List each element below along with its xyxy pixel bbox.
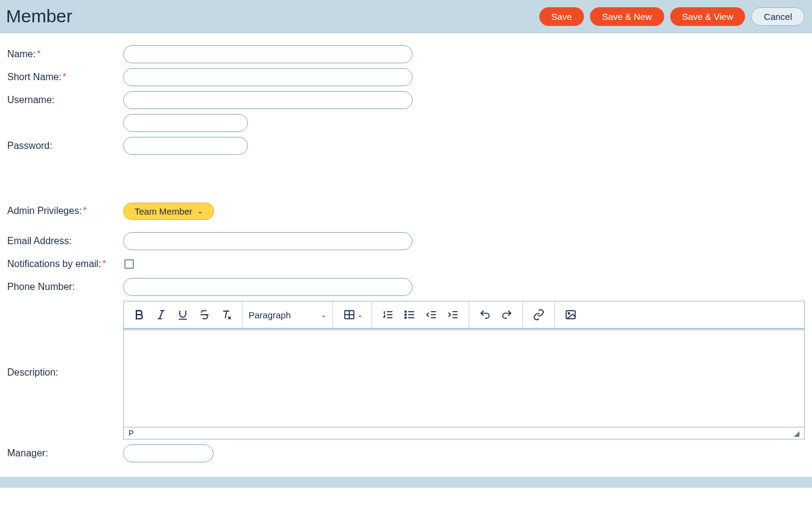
block-format-select[interactable]: Paragraph ⌄: [243, 301, 333, 328]
rich-text-editor: Paragraph ⌄ ⌄: [123, 301, 805, 439]
save-and-new-button[interactable]: Save & New: [590, 7, 664, 26]
strikethrough-button[interactable]: [194, 304, 215, 326]
editor-toolbar: Paragraph ⌄ ⌄: [124, 301, 804, 329]
link-button[interactable]: [528, 304, 550, 326]
email-input[interactable]: [123, 232, 413, 250]
undo-button[interactable]: [474, 304, 496, 326]
cancel-button[interactable]: Cancel: [751, 7, 805, 26]
chevron-down-icon: ⌄: [357, 311, 363, 319]
element-path[interactable]: P: [128, 429, 134, 438]
indent-button[interactable]: [442, 304, 464, 326]
page-title: Member: [6, 6, 72, 27]
name-input[interactable]: [123, 45, 413, 63]
chevron-down-icon: ⌄: [321, 311, 326, 319]
password-input[interactable]: [123, 137, 248, 155]
image-button[interactable]: [560, 304, 582, 326]
short-name-label: Short Name:*: [7, 72, 123, 83]
page-header: Member Save Save & New Save & View Cance…: [0, 0, 812, 33]
manager-input[interactable]: [123, 444, 214, 462]
short-name-input[interactable]: [123, 68, 413, 86]
table-button[interactable]: ⌄: [338, 304, 367, 326]
save-and-view-button[interactable]: Save & View: [670, 7, 746, 26]
name-label: Name:*: [7, 49, 123, 60]
save-button[interactable]: Save: [539, 7, 584, 26]
admin-privileges-dropdown[interactable]: Team Member ⌄: [123, 203, 214, 220]
username-label: Username:: [7, 95, 123, 105]
username-extra-input[interactable]: [123, 114, 248, 132]
svg-point-24: [568, 313, 570, 315]
svg-point-16: [405, 317, 407, 319]
outdent-button[interactable]: [420, 304, 442, 326]
bold-button[interactable]: [128, 304, 150, 326]
unordered-list-button[interactable]: [399, 304, 420, 326]
svg-point-14: [405, 311, 407, 313]
description-label: Description:: [7, 301, 123, 378]
editor-content-area[interactable]: [124, 330, 804, 427]
svg-line-2: [160, 310, 163, 318]
ordered-list-button[interactable]: [377, 304, 399, 326]
phone-input[interactable]: [123, 278, 413, 296]
username-input[interactable]: [123, 91, 413, 109]
phone-label: Phone Number:: [7, 282, 123, 292]
password-label: Password:: [7, 140, 123, 151]
notifications-checkbox[interactable]: [124, 259, 134, 269]
admin-privileges-label: Admin Privileges:*: [7, 206, 123, 216]
svg-point-15: [405, 314, 407, 316]
notifications-label: Notifications by email:*: [7, 259, 123, 269]
manager-label: Manager:: [7, 448, 123, 459]
header-actions: Save Save & New Save & View Cancel: [539, 7, 805, 26]
resize-handle-icon[interactable]: ◢: [794, 429, 799, 438]
chevron-down-icon: ⌄: [197, 207, 203, 215]
member-form: Name:* Short Name:* Username: Password: …: [0, 33, 812, 473]
underline-button[interactable]: [172, 304, 194, 326]
redo-button[interactable]: [496, 304, 518, 326]
italic-button[interactable]: [150, 304, 172, 326]
email-label: Email Address:: [7, 236, 123, 247]
clear-formatting-button[interactable]: [215, 304, 237, 326]
bottom-bar: [0, 477, 812, 488]
